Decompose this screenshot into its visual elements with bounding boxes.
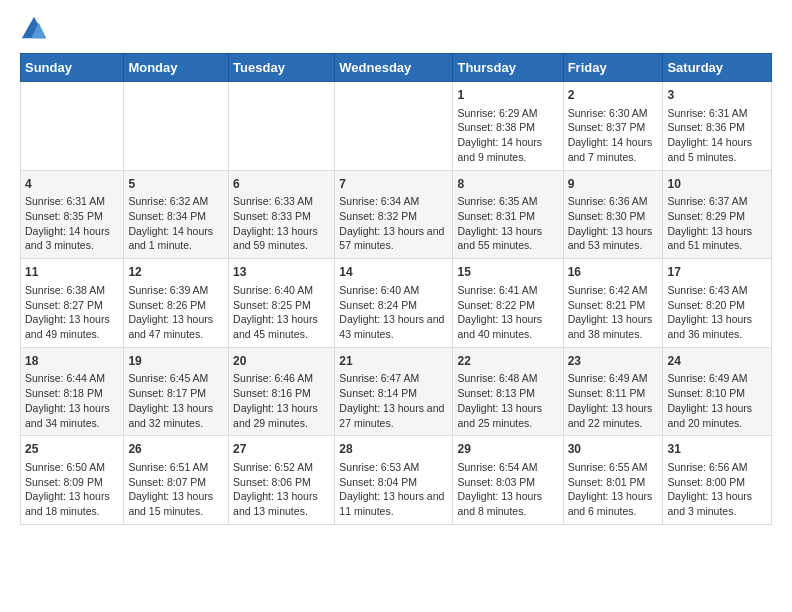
day-info: Sunrise: 6:31 AMSunset: 8:36 PMDaylight:… bbox=[667, 106, 767, 165]
day-info: Sunrise: 6:43 AMSunset: 8:20 PMDaylight:… bbox=[667, 283, 767, 342]
calendar-cell: 25Sunrise: 6:50 AMSunset: 8:09 PMDayligh… bbox=[21, 436, 124, 525]
calendar-cell: 5Sunrise: 6:32 AMSunset: 8:34 PMDaylight… bbox=[124, 170, 229, 259]
day-info: Sunrise: 6:32 AMSunset: 8:34 PMDaylight:… bbox=[128, 194, 224, 253]
week-row-1: 4Sunrise: 6:31 AMSunset: 8:35 PMDaylight… bbox=[21, 170, 772, 259]
day-info: Sunrise: 6:53 AMSunset: 8:04 PMDaylight:… bbox=[339, 460, 448, 519]
calendar-cell bbox=[335, 82, 453, 171]
day-info: Sunrise: 6:50 AMSunset: 8:09 PMDaylight:… bbox=[25, 460, 119, 519]
calendar-cell: 26Sunrise: 6:51 AMSunset: 8:07 PMDayligh… bbox=[124, 436, 229, 525]
calendar-cell: 1Sunrise: 6:29 AMSunset: 8:38 PMDaylight… bbox=[453, 82, 563, 171]
day-number: 22 bbox=[457, 353, 558, 370]
day-number: 6 bbox=[233, 176, 330, 193]
day-number: 2 bbox=[568, 87, 659, 104]
day-info: Sunrise: 6:30 AMSunset: 8:37 PMDaylight:… bbox=[568, 106, 659, 165]
calendar-cell: 27Sunrise: 6:52 AMSunset: 8:06 PMDayligh… bbox=[229, 436, 335, 525]
week-row-4: 25Sunrise: 6:50 AMSunset: 8:09 PMDayligh… bbox=[21, 436, 772, 525]
day-number: 26 bbox=[128, 441, 224, 458]
calendar-cell bbox=[229, 82, 335, 171]
day-info: Sunrise: 6:41 AMSunset: 8:22 PMDaylight:… bbox=[457, 283, 558, 342]
calendar-header: SundayMondayTuesdayWednesdayThursdayFrid… bbox=[21, 54, 772, 82]
calendar-cell: 4Sunrise: 6:31 AMSunset: 8:35 PMDaylight… bbox=[21, 170, 124, 259]
day-info: Sunrise: 6:45 AMSunset: 8:17 PMDaylight:… bbox=[128, 371, 224, 430]
week-row-3: 18Sunrise: 6:44 AMSunset: 8:18 PMDayligh… bbox=[21, 347, 772, 436]
calendar-cell: 15Sunrise: 6:41 AMSunset: 8:22 PMDayligh… bbox=[453, 259, 563, 348]
day-number: 25 bbox=[25, 441, 119, 458]
day-info: Sunrise: 6:47 AMSunset: 8:14 PMDaylight:… bbox=[339, 371, 448, 430]
day-info: Sunrise: 6:51 AMSunset: 8:07 PMDaylight:… bbox=[128, 460, 224, 519]
day-info: Sunrise: 6:40 AMSunset: 8:25 PMDaylight:… bbox=[233, 283, 330, 342]
day-number: 30 bbox=[568, 441, 659, 458]
day-number: 15 bbox=[457, 264, 558, 281]
day-number: 18 bbox=[25, 353, 119, 370]
calendar-cell: 20Sunrise: 6:46 AMSunset: 8:16 PMDayligh… bbox=[229, 347, 335, 436]
day-number: 13 bbox=[233, 264, 330, 281]
day-number: 4 bbox=[25, 176, 119, 193]
calendar-cell: 3Sunrise: 6:31 AMSunset: 8:36 PMDaylight… bbox=[663, 82, 772, 171]
calendar-cell: 21Sunrise: 6:47 AMSunset: 8:14 PMDayligh… bbox=[335, 347, 453, 436]
day-info: Sunrise: 6:56 AMSunset: 8:00 PMDaylight:… bbox=[667, 460, 767, 519]
page-header bbox=[20, 15, 772, 43]
calendar-cell bbox=[21, 82, 124, 171]
calendar-cell: 30Sunrise: 6:55 AMSunset: 8:01 PMDayligh… bbox=[563, 436, 663, 525]
day-number: 21 bbox=[339, 353, 448, 370]
calendar-cell: 24Sunrise: 6:49 AMSunset: 8:10 PMDayligh… bbox=[663, 347, 772, 436]
day-number: 29 bbox=[457, 441, 558, 458]
day-number: 20 bbox=[233, 353, 330, 370]
day-number: 28 bbox=[339, 441, 448, 458]
calendar-cell: 6Sunrise: 6:33 AMSunset: 8:33 PMDaylight… bbox=[229, 170, 335, 259]
day-number: 16 bbox=[568, 264, 659, 281]
header-cell-saturday: Saturday bbox=[663, 54, 772, 82]
day-info: Sunrise: 6:35 AMSunset: 8:31 PMDaylight:… bbox=[457, 194, 558, 253]
day-number: 8 bbox=[457, 176, 558, 193]
calendar-cell: 11Sunrise: 6:38 AMSunset: 8:27 PMDayligh… bbox=[21, 259, 124, 348]
calendar-cell: 22Sunrise: 6:48 AMSunset: 8:13 PMDayligh… bbox=[453, 347, 563, 436]
calendar-cell: 7Sunrise: 6:34 AMSunset: 8:32 PMDaylight… bbox=[335, 170, 453, 259]
header-cell-friday: Friday bbox=[563, 54, 663, 82]
day-info: Sunrise: 6:39 AMSunset: 8:26 PMDaylight:… bbox=[128, 283, 224, 342]
header-cell-sunday: Sunday bbox=[21, 54, 124, 82]
logo bbox=[20, 15, 52, 43]
day-info: Sunrise: 6:38 AMSunset: 8:27 PMDaylight:… bbox=[25, 283, 119, 342]
calendar-cell: 16Sunrise: 6:42 AMSunset: 8:21 PMDayligh… bbox=[563, 259, 663, 348]
day-info: Sunrise: 6:52 AMSunset: 8:06 PMDaylight:… bbox=[233, 460, 330, 519]
day-info: Sunrise: 6:44 AMSunset: 8:18 PMDaylight:… bbox=[25, 371, 119, 430]
day-number: 11 bbox=[25, 264, 119, 281]
day-number: 24 bbox=[667, 353, 767, 370]
day-number: 31 bbox=[667, 441, 767, 458]
calendar-cell: 31Sunrise: 6:56 AMSunset: 8:00 PMDayligh… bbox=[663, 436, 772, 525]
header-cell-thursday: Thursday bbox=[453, 54, 563, 82]
day-number: 10 bbox=[667, 176, 767, 193]
week-row-0: 1Sunrise: 6:29 AMSunset: 8:38 PMDaylight… bbox=[21, 82, 772, 171]
day-number: 27 bbox=[233, 441, 330, 458]
day-number: 1 bbox=[457, 87, 558, 104]
calendar-cell: 28Sunrise: 6:53 AMSunset: 8:04 PMDayligh… bbox=[335, 436, 453, 525]
calendar-cell: 8Sunrise: 6:35 AMSunset: 8:31 PMDaylight… bbox=[453, 170, 563, 259]
day-number: 9 bbox=[568, 176, 659, 193]
header-cell-monday: Monday bbox=[124, 54, 229, 82]
calendar-body: 1Sunrise: 6:29 AMSunset: 8:38 PMDaylight… bbox=[21, 82, 772, 525]
logo-icon bbox=[20, 15, 48, 43]
calendar-cell: 23Sunrise: 6:49 AMSunset: 8:11 PMDayligh… bbox=[563, 347, 663, 436]
day-number: 5 bbox=[128, 176, 224, 193]
day-info: Sunrise: 6:48 AMSunset: 8:13 PMDaylight:… bbox=[457, 371, 558, 430]
day-info: Sunrise: 6:54 AMSunset: 8:03 PMDaylight:… bbox=[457, 460, 558, 519]
calendar-cell: 29Sunrise: 6:54 AMSunset: 8:03 PMDayligh… bbox=[453, 436, 563, 525]
calendar-cell: 10Sunrise: 6:37 AMSunset: 8:29 PMDayligh… bbox=[663, 170, 772, 259]
day-info: Sunrise: 6:36 AMSunset: 8:30 PMDaylight:… bbox=[568, 194, 659, 253]
day-number: 7 bbox=[339, 176, 448, 193]
calendar-cell: 18Sunrise: 6:44 AMSunset: 8:18 PMDayligh… bbox=[21, 347, 124, 436]
day-number: 23 bbox=[568, 353, 659, 370]
day-number: 19 bbox=[128, 353, 224, 370]
day-info: Sunrise: 6:34 AMSunset: 8:32 PMDaylight:… bbox=[339, 194, 448, 253]
day-info: Sunrise: 6:42 AMSunset: 8:21 PMDaylight:… bbox=[568, 283, 659, 342]
calendar-cell: 2Sunrise: 6:30 AMSunset: 8:37 PMDaylight… bbox=[563, 82, 663, 171]
day-info: Sunrise: 6:33 AMSunset: 8:33 PMDaylight:… bbox=[233, 194, 330, 253]
calendar-cell: 9Sunrise: 6:36 AMSunset: 8:30 PMDaylight… bbox=[563, 170, 663, 259]
calendar-cell: 13Sunrise: 6:40 AMSunset: 8:25 PMDayligh… bbox=[229, 259, 335, 348]
day-number: 14 bbox=[339, 264, 448, 281]
day-info: Sunrise: 6:31 AMSunset: 8:35 PMDaylight:… bbox=[25, 194, 119, 253]
day-info: Sunrise: 6:29 AMSunset: 8:38 PMDaylight:… bbox=[457, 106, 558, 165]
calendar-table: SundayMondayTuesdayWednesdayThursdayFrid… bbox=[20, 53, 772, 525]
day-info: Sunrise: 6:55 AMSunset: 8:01 PMDaylight:… bbox=[568, 460, 659, 519]
day-info: Sunrise: 6:40 AMSunset: 8:24 PMDaylight:… bbox=[339, 283, 448, 342]
